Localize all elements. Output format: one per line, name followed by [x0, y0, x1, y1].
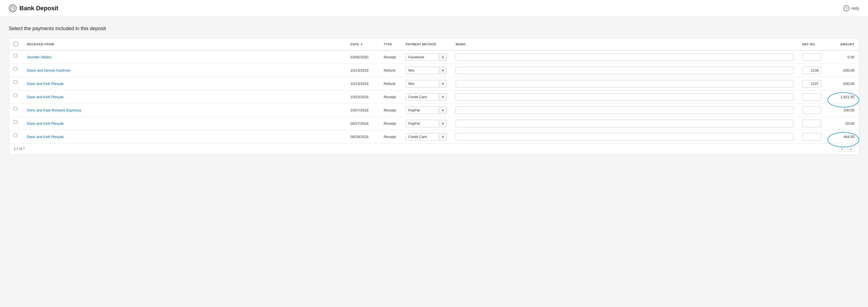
- payment-method-text: Credit Card: [406, 94, 439, 100]
- received-from-link[interactable]: Jennifer Valdez: [27, 55, 52, 59]
- payment-method-cell: PayPal▼: [401, 104, 451, 117]
- ref-no-input[interactable]: [802, 80, 821, 88]
- main-content: Select the payments included in this dep…: [0, 17, 868, 155]
- received-from-cell: Dave and Kelli Plevyak: [23, 117, 346, 130]
- col-amount: AMOUNT: [826, 38, 859, 50]
- amount-value: 100.00: [843, 108, 855, 112]
- ref-no-input[interactable]: [802, 120, 821, 127]
- table-header-row: RECEIVED FROM DATE ▼ TYPE PAYMENT METHOD…: [9, 38, 859, 50]
- received-from-cell: Jennifer Valdez: [23, 50, 346, 64]
- payment-method-dropdown-button[interactable]: ▼: [439, 107, 446, 113]
- amount-value: 5.00: [847, 55, 855, 59]
- memo-cell: [451, 117, 798, 130]
- date-cell: 10/23/2018: [346, 91, 379, 104]
- row-checkbox-cell: [9, 91, 21, 100]
- type-cell: Receipt: [379, 117, 401, 130]
- col-ref-no: REF NO.: [798, 38, 826, 50]
- date-cell: 10/07/2018: [346, 104, 379, 117]
- payments-table-container: RECEIVED FROM DATE ▼ TYPE PAYMENT METHOD…: [9, 38, 859, 155]
- date-cell: 03/06/2020: [346, 50, 379, 64]
- type-cell: Receipt: [379, 104, 401, 117]
- payment-method-wrapper: Facebook▼: [406, 54, 447, 61]
- amount-cell: 100.00: [826, 104, 859, 117]
- page-title: Bank Deposit: [20, 5, 58, 12]
- payment-method-cell: Wix▼: [401, 77, 451, 91]
- row-checkbox[interactable]: [13, 120, 17, 124]
- row-checkbox[interactable]: [13, 80, 17, 84]
- payment-method-dropdown-button[interactable]: ▼: [439, 134, 446, 140]
- table-row: Jennifer Valdez03/06/2020ReceiptFacebook…: [9, 50, 859, 64]
- amount-value: 20.00: [845, 122, 855, 126]
- col-payment-method: PAYMENT METHOD: [401, 38, 451, 50]
- row-checkbox[interactable]: [13, 106, 17, 111]
- received-from-link[interactable]: Dave and Kelli Plevyak: [27, 122, 64, 126]
- payment-method-dropdown-button[interactable]: ▼: [439, 121, 446, 127]
- memo-cell: [451, 77, 798, 91]
- row-checkbox[interactable]: [13, 133, 17, 137]
- row-checkbox[interactable]: [13, 67, 17, 71]
- payment-method-wrapper: Credit Card▼: [406, 133, 447, 140]
- table-row: Dave and Kelli Plevyak08/28/2018ReceiptC…: [9, 130, 859, 143]
- date-cell: 08/28/2018: [346, 130, 379, 143]
- payment-method-cell: Credit Card▼: [401, 91, 451, 104]
- next-page-button[interactable]: »: [847, 146, 855, 152]
- ref-no-cell: [798, 117, 826, 130]
- memo-input[interactable]: [456, 106, 794, 114]
- received-from-link[interactable]: Dave and Kelli Plevyak: [27, 135, 64, 139]
- amount-cell: 5.00: [826, 50, 859, 64]
- payment-method-text: Credit Card: [406, 133, 439, 140]
- row-checkbox-cell: [9, 104, 21, 114]
- amount-value: 464.55: [843, 135, 855, 139]
- received-from-link[interactable]: Dave and Kelli Plevyak: [27, 95, 64, 99]
- prev-page-button[interactable]: «: [839, 146, 845, 152]
- memo-input[interactable]: [456, 67, 794, 74]
- ref-no-cell: [798, 77, 826, 91]
- row-checkbox[interactable]: [13, 93, 17, 98]
- received-from-link[interactable]: Dawn and Dennis Kaufman: [27, 68, 71, 72]
- memo-cell: [451, 104, 798, 117]
- memo-cell: [451, 64, 798, 77]
- ref-no-input[interactable]: [802, 133, 821, 140]
- table-footer: 1-7 of 7 « »: [9, 143, 859, 155]
- payment-method-text: Facebook: [406, 54, 439, 61]
- received-from-cell: Dave and Kelli Plevyak: [23, 91, 346, 104]
- ref-no-input[interactable]: [802, 106, 821, 114]
- memo-cell: [451, 91, 798, 104]
- table-row: Dave and Kelli Plevyak10/23/2018ReceiptC…: [9, 91, 859, 104]
- amount-cell: 20.00: [826, 117, 859, 130]
- memo-input[interactable]: [456, 80, 794, 88]
- payment-method-wrapper: Wix▼: [406, 80, 447, 88]
- memo-input[interactable]: [456, 133, 794, 140]
- bank-deposit-icon: [9, 4, 17, 12]
- payment-method-dropdown-button[interactable]: ▼: [439, 94, 446, 100]
- row-checkbox-cell: [9, 117, 21, 127]
- amount-value: 1,821.50: [840, 95, 855, 99]
- memo-input[interactable]: [456, 93, 794, 101]
- ref-no-cell: [798, 64, 826, 77]
- memo-input[interactable]: [456, 120, 794, 127]
- ref-no-cell: [798, 104, 826, 117]
- payment-method-text: Wix: [406, 80, 439, 87]
- payment-method-dropdown-button[interactable]: ▼: [439, 81, 446, 87]
- memo-input[interactable]: [456, 54, 794, 61]
- ref-no-input[interactable]: [802, 93, 821, 101]
- payment-method-dropdown-button[interactable]: ▼: [439, 54, 446, 60]
- payment-method-cell: Credit Card▼: [401, 130, 451, 143]
- payment-method-text: PayPal: [406, 120, 439, 127]
- received-from-link[interactable]: Dave and Kelli Plevyak: [27, 81, 64, 86]
- col-date[interactable]: DATE ▼: [346, 38, 379, 50]
- received-from-cell: Dave and Kelli Plevyak: [23, 130, 346, 143]
- page-header: Bank Deposit ? Help: [0, 0, 868, 17]
- help-button[interactable]: ? Help: [843, 5, 859, 11]
- payment-method-dropdown-button[interactable]: ▼: [439, 67, 446, 74]
- table-row: Dave and Kelli Plevyak10/13/2019RefundWi…: [9, 77, 859, 91]
- received-from-link[interactable]: Chris and Kate Renwick Espinosa: [27, 108, 81, 112]
- ref-no-input[interactable]: [802, 67, 821, 74]
- date-cell: 09/27/2018: [346, 117, 379, 130]
- date-cell: 10/13/2019: [346, 77, 379, 91]
- row-checkbox[interactable]: [13, 54, 17, 58]
- type-cell: Receipt: [379, 130, 401, 143]
- select-all-checkbox[interactable]: [13, 42, 18, 46]
- payment-method-wrapper: Credit Card▼: [406, 93, 447, 101]
- ref-no-input[interactable]: [802, 54, 821, 61]
